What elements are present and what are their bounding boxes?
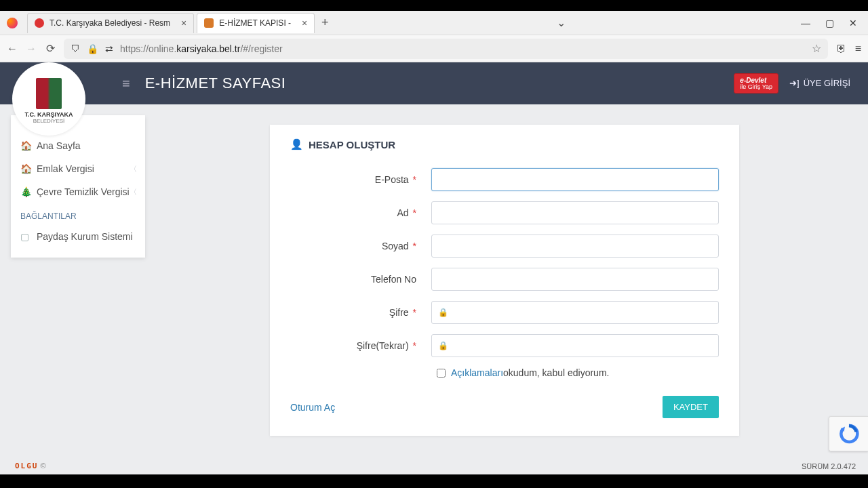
sidebar-item-label: Emlak Vergisi [37,163,94,174]
sidebar: 🏠 Ana Sayfa 🏠 Emlak Vergisi 〈 🎄 Çevre Te… [11,115,145,258]
municipality-logo[interactable]: T.C. KARŞIYAKA BELEDİYESİ [12,62,85,136]
password-repeat-label: Şifre(Tekrar) * [290,340,431,351]
phone-field[interactable] [431,268,719,291]
tabs-dropdown-icon[interactable]: ⌄ [557,16,566,29]
bookmark-icon[interactable]: ☆ [812,42,821,55]
lock-icon[interactable]: 🔒 [87,43,98,54]
logo-subtext: BELEDİYESİ [33,118,65,124]
chevron-left-icon: 〈 [130,187,137,197]
tab-title: E-HİZMET KAPISI - [219,18,291,28]
close-icon[interactable]: × [302,18,307,28]
name-label: Ad * [290,207,431,218]
footer-brand: OLGU © [15,462,46,470]
chevron-left-icon: 〈 [130,164,137,174]
url-input[interactable]: ⛉ 🔒 ⇄ https://online.karsiyaka.bel.tr/#/… [64,39,828,59]
browser-tab-active[interactable]: E-HİZMET KAPISI - × [197,13,315,33]
edevlet-login-button[interactable]: e-Devlet ile Giriş Yap [734,73,778,94]
firefox-icon [0,11,24,35]
recaptcha-badge[interactable] [829,416,868,451]
permissions-icon[interactable]: ⇄ [105,43,113,54]
user-icon: 👤 [290,138,303,150]
close-icon[interactable]: × [181,18,186,28]
shield-icon[interactable]: ⛉ [71,43,80,54]
terms-link[interactable]: Açıklamaları [451,367,503,378]
window-restore-button[interactable]: ▢ [825,18,834,28]
browser-url-bar: ← → ⟳ ⛉ 🔒 ⇄ https://online.karsiyaka.bel… [0,35,868,62]
url-text: https://online.karsiyaka.bel.tr/#/regist… [120,43,283,54]
reload-button[interactable]: ⟳ [45,42,56,55]
password-field[interactable] [431,301,719,324]
menu-icon[interactable]: ≡ [855,43,861,55]
email-label: E-Posta * [290,174,431,185]
tab-title: T.C. Karşıyaka Belediyesi - Resm [50,18,170,28]
sidebar-item-label: Paydaş Kurum Sistemi [37,231,133,242]
logo-text: T.C. KARŞIYAKA [24,112,73,119]
card-title: HESAP OLUŞTUR [309,139,395,150]
password-repeat-field[interactable] [431,334,719,357]
pocket-icon[interactable]: ⛨ [836,43,847,55]
sidebar-item-label: Çevre Temizlik Vergisi [37,186,130,197]
sidebar-item-cleaning-tax[interactable]: 🎄 Çevre Temizlik Vergisi 〈 [11,180,145,203]
agree-text: okudum, kabul ediyorum. [503,367,609,378]
password-label: Şifre * [290,307,431,318]
window-close-button[interactable]: ✕ [849,18,857,28]
home-icon: 🏠 [20,140,31,151]
footer-version: SÜRÜM 2.0.472 [802,462,856,470]
sidebar-section-header: BAĞLANTILAR [11,203,145,225]
email-field[interactable] [431,168,719,191]
tab-favicon [204,18,214,28]
agree-checkbox[interactable] [437,369,446,378]
recaptcha-icon [839,424,859,444]
home-icon: 🏠 [20,163,31,174]
surname-label: Soyad * [290,241,431,251]
page-title: E-HİZMET SAYFASI [145,75,286,92]
sidebar-item-home[interactable]: 🏠 Ana Sayfa [11,134,145,157]
save-button[interactable]: KAYDET [663,396,719,418]
login-link[interactable]: Oturum Aç [290,402,335,413]
forward-button[interactable]: → [26,43,37,55]
lock-icon: 🔒 [438,308,448,317]
name-field[interactable] [431,201,719,224]
member-login-button[interactable]: ➜] ÜYE GİRİŞİ [789,78,850,88]
tree-icon: 🎄 [20,186,31,197]
window-minimize-button[interactable]: — [801,18,810,28]
register-card: 👤 HESAP OLUŞTUR E-Posta * Ad * Soyad * T… [270,125,739,436]
surname-field[interactable] [431,235,719,258]
back-button[interactable]: ← [7,43,18,55]
hamburger-icon[interactable]: ≡ [122,76,130,92]
sidebar-item-label: Ana Sayfa [37,140,81,151]
login-icon: ➜] [789,78,800,88]
logo-image [36,78,62,109]
app-header: ≡ E-HİZMET SAYFASI e-Devlet ile Giriş Ya… [0,62,868,104]
browser-tab-bar: T.C. Karşıyaka Belediyesi - Resm × E-HİZ… [0,11,868,35]
sidebar-item-property-tax[interactable]: 🏠 Emlak Vergisi 〈 [11,157,145,180]
tab-favicon [35,18,44,28]
new-tab-button[interactable]: + [315,16,335,30]
browser-tab[interactable]: T.C. Karşıyaka Belediyesi - Resm × [27,13,194,33]
sidebar-item-stakeholder-system[interactable]: ▢ Paydaş Kurum Sistemi [11,225,145,248]
phone-label: Telefon No [290,274,431,285]
document-icon: ▢ [20,231,31,242]
lock-icon: 🔒 [438,341,448,350]
